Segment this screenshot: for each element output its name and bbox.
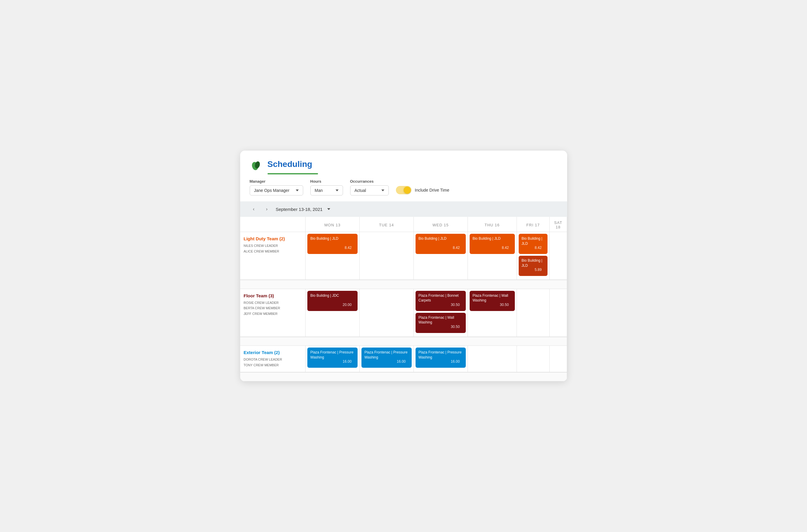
event-title-0-4-0: Bio Building | JLD [522, 236, 545, 246]
spacer-row-1 [240, 337, 567, 346]
event-hours-0-3-0: 8.42 [502, 246, 509, 250]
day-header-wed: WED 15 [414, 217, 467, 232]
event-title-0-3-0: Bio Building | JLD [473, 236, 512, 241]
event-card-0-4-1[interactable]: Bio Building | JLD5.89 [519, 256, 548, 276]
event-card-1-2-0[interactable]: Plaza Frontenac | Bonnet Carpets30.50 [416, 291, 466, 311]
day-num-fri: 17 [535, 223, 539, 227]
event-hours-2-0-0: 16.00 [343, 359, 352, 364]
day-cell-2-0: Plaza Frontenac | Pressure Washing16.00 [306, 346, 360, 373]
occurrances-value: Actual [354, 188, 379, 193]
team-cell-2: Exterior Team (2)DOROTA CREW LEADERTONY … [240, 346, 306, 373]
day-cell-1-5 [550, 289, 567, 337]
day-cell-1-4 [517, 289, 550, 337]
event-hours-1-2-1: 30.50 [451, 325, 460, 329]
day-num-mon: 13 [335, 223, 340, 227]
event-hours-2-1-0: 16.00 [397, 359, 406, 364]
header: Scheduling [240, 151, 567, 174]
occurrances-select[interactable]: Actual [350, 185, 389, 195]
day-header-thu: THU 16 [467, 217, 517, 232]
spacer-cell-1 [240, 337, 567, 346]
calendar-header-row: MON 13 TUE 14 WED 15 THU 16 FRI 17 [240, 217, 567, 232]
drive-time-label: Include Drive Time [415, 188, 450, 192]
hours-select[interactable]: Man [310, 185, 343, 195]
day-name-tue: TUE [379, 223, 388, 227]
logo-icon [250, 158, 263, 171]
team-name-0: Light Duty Team (2) [244, 236, 302, 241]
event-card-0-0-0[interactable]: Bio Building | JLD8.42 [307, 234, 357, 254]
event-card-1-2-1[interactable]: Plaza Frontenac | Wall Washing30.50 [416, 313, 466, 333]
event-card-0-2-0[interactable]: Bio Building | JLD8.42 [416, 234, 466, 254]
manager-chevron-icon [296, 190, 299, 191]
team-cell-1: Floor Team (3)ROSIE CREW LEADERBERTA CRE… [240, 289, 306, 337]
day-header-fri: FRI 17 [517, 217, 550, 232]
event-title-2-1-0: Plaza Frontenac | Pressure Washing [364, 350, 409, 360]
day-name-fri: FRI [527, 223, 534, 227]
prev-week-button[interactable]: ‹ [250, 205, 258, 213]
spacer-cell-2 [240, 372, 567, 381]
day-cell-0-0: Bio Building | JLD8.42 [306, 232, 360, 280]
manager-value: Jane Ops Manager [254, 188, 293, 193]
day-cell-1-1 [359, 289, 414, 337]
event-hours-0-2-0: 8.42 [453, 246, 460, 250]
day-name-thu: THU [484, 223, 493, 227]
event-title-1-3-0: Plaza Frontenac | Wall Washing [473, 293, 512, 303]
day-cell-2-1: Plaza Frontenac | Pressure Washing16.00 [359, 346, 414, 373]
team-name-2: Exterior Team (2) [244, 350, 302, 355]
team-member-0-1: ALICE CREW MEMBER [244, 249, 302, 254]
manager-select[interactable]: Jane Ops Manager [250, 185, 303, 195]
day-cell-0-1 [359, 232, 414, 280]
spacer-cell-0 [240, 280, 567, 289]
day-name-sat: SAT [554, 221, 562, 225]
event-title-1-0-0: Bio Building | JDC [310, 293, 354, 298]
day-cell-0-3: Bio Building | JLD8.42 [467, 232, 517, 280]
event-title-2-2-0: Plaza Frontenac | Pressure Washing [419, 350, 463, 360]
occurrances-filter-group: Occurrances Actual [350, 179, 389, 195]
manager-label: Manager [250, 179, 303, 184]
occurrances-chevron-icon [381, 190, 384, 191]
team-member-1-0: ROSIE CREW LEADER [244, 300, 302, 306]
event-card-1-0-0[interactable]: Bio Building | JDC20.00 [307, 291, 357, 311]
day-header-sat: SAT 18 [550, 217, 567, 232]
day-num-sat: 18 [556, 225, 561, 229]
event-title-0-2-0: Bio Building | JLD [419, 236, 463, 241]
drive-time-toggle[interactable] [396, 186, 411, 194]
event-title-2-0-0: Plaza Frontenac | Pressure Washing [310, 350, 354, 360]
toggle-thumb [404, 187, 411, 194]
day-num-tue: 14 [389, 223, 394, 227]
day-cell-1-0: Bio Building | JDC20.00 [306, 289, 360, 337]
event-hours-0-0-0: 8.42 [345, 246, 352, 250]
drive-time-toggle-group: Include Drive Time [396, 186, 450, 195]
event-card-2-1-0[interactable]: Plaza Frontenac | Pressure Washing16.00 [362, 347, 412, 368]
app-container: Scheduling Manager Jane Ops Manager Hour… [240, 151, 567, 381]
occurrances-label: Occurrances [350, 179, 389, 184]
day-cell-0-2: Bio Building | JLD8.42 [414, 232, 467, 280]
next-week-button[interactable]: › [263, 205, 271, 213]
event-card-2-0-0[interactable]: Plaza Frontenac | Pressure Washing16.00 [307, 347, 357, 368]
calendar-table: MON 13 TUE 14 WED 15 THU 16 FRI 17 [240, 217, 567, 381]
date-range-chevron-icon[interactable] [327, 208, 330, 210]
event-title-1-2-1: Plaza Frontenac | Wall Washing [419, 315, 463, 325]
filter-row: Manager Jane Ops Manager Hours Man Occur… [240, 179, 567, 202]
date-range-label: September 13-18, 2021 [276, 207, 323, 212]
team-member-1-2: JEFF CREW MEMBER [244, 311, 302, 317]
hours-chevron-icon [335, 190, 338, 191]
team-column-header [240, 217, 306, 232]
event-card-0-3-0[interactable]: Bio Building | JLD8.42 [470, 234, 515, 254]
event-card-1-3-0[interactable]: Plaza Frontenac | Wall Washing30.50 [470, 291, 515, 311]
team-row-0: Light Duty Team (2)NILES CREW LEADERALIC… [240, 232, 567, 280]
team-member-2-0: DOROTA CREW LEADER [244, 357, 302, 362]
nav-bar: ‹ › September 13-18, 2021 [240, 202, 567, 217]
event-card-2-2-0[interactable]: Plaza Frontenac | Pressure Washing16.00 [416, 347, 466, 368]
event-title-1-2-0: Plaza Frontenac | Bonnet Carpets [419, 293, 463, 303]
day-num-wed: 15 [444, 223, 448, 227]
spacer-row-2 [240, 372, 567, 381]
header-top: Scheduling [250, 158, 557, 171]
hours-value: Man [315, 188, 333, 193]
day-name-mon: MON [324, 223, 334, 227]
day-cell-2-5 [550, 346, 567, 373]
team-row-1: Floor Team (3)ROSIE CREW LEADERBERTA CRE… [240, 289, 567, 337]
day-cell-2-3 [467, 346, 517, 373]
team-cell-0: Light Duty Team (2)NILES CREW LEADERALIC… [240, 232, 306, 280]
event-card-0-4-0[interactable]: Bio Building | JLD8.42 [519, 234, 548, 254]
event-hours-0-4-1: 5.89 [535, 268, 542, 272]
